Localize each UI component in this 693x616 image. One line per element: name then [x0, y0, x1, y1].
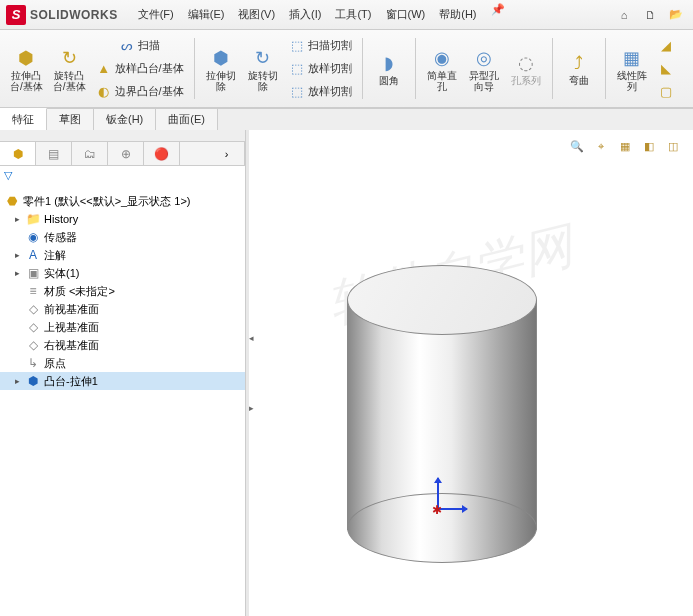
tree-row[interactable]: ▸📁History	[0, 210, 245, 228]
logo-icon: S	[6, 5, 26, 25]
display-style-icon[interactable]: ◧	[639, 136, 659, 156]
revolve-boss-button[interactable]: ↻ 旋转凸 台/基体	[49, 34, 90, 103]
menu-file[interactable]: 文件(F)	[132, 3, 180, 26]
view-tools: 🔍 ⌖ ▦ ◧ ◫	[567, 136, 683, 156]
mgr-tab-display[interactable]: 🔴	[144, 142, 180, 165]
hole-series-button[interactable]: ◌ 孔系列	[506, 34, 546, 103]
twisty-icon[interactable]: ▸	[12, 376, 22, 386]
loft-icon: ▲	[96, 60, 112, 76]
node-icon: ↳	[25, 355, 41, 371]
loft-button[interactable]: ▲放样凸台/基体	[92, 57, 188, 79]
mgr-tab-more[interactable]: ›	[209, 142, 245, 165]
loft-cut2-button[interactable]: ⬚放样切割	[285, 80, 356, 102]
extrude-boss-button[interactable]: ⬢ 拉伸凸 台/基体	[6, 34, 47, 103]
extrude-cut-button[interactable]: ⬢ 拉伸切 除	[201, 34, 241, 103]
zoom-area-icon[interactable]: ⌖	[591, 136, 611, 156]
hole-simple-icon: ◉	[430, 46, 454, 70]
tree-row[interactable]: ◇右视基准面	[0, 336, 245, 354]
app-name: SOLIDWORKS	[30, 8, 118, 22]
menu-edit[interactable]: 编辑(E)	[182, 3, 231, 26]
node-label: 注解	[44, 248, 66, 263]
tree-row[interactable]: ◉传感器	[0, 228, 245, 246]
tab-surface[interactable]: 曲面(E)	[156, 109, 218, 130]
tab-features[interactable]: 特征	[0, 108, 47, 130]
expand-right-icon[interactable]: ▸	[249, 373, 261, 443]
tab-sheetmetal[interactable]: 钣金(H)	[94, 109, 156, 130]
shell-icon: ▢	[658, 83, 674, 99]
node-icon: ◇	[25, 337, 41, 353]
menu-window[interactable]: 窗口(W)	[380, 3, 432, 26]
node-label: 传感器	[44, 230, 77, 245]
menu-insert[interactable]: 插入(I)	[283, 3, 327, 26]
mgr-tab-property[interactable]: ▤	[36, 142, 72, 165]
home-icon[interactable]: ⌂	[613, 4, 635, 26]
extra3-button[interactable]: ▢	[654, 80, 678, 102]
collapse-left-icon[interactable]: ◂	[249, 303, 261, 373]
twisty-icon[interactable]: ▸	[12, 250, 22, 260]
tree-root[interactable]: ⬣ 零件1 (默认<<默认>_显示状态 1>)	[0, 192, 245, 210]
feature-manager: ⬢ ▤ 🗂 ⊕ 🔴 › ▽ ⬣ 零件1 (默认<<默认>_显示状态 1>) ▸📁…	[0, 130, 246, 616]
menu-help[interactable]: 帮助(H)	[433, 3, 482, 26]
sweep-cut-button[interactable]: ⬚扫描切割	[285, 34, 356, 56]
view-orient-icon[interactable]: ▦	[615, 136, 635, 156]
graphics-viewport[interactable]: 🔍 ⌖ ▦ ◧ ◫ 软件自学网 ✱	[261, 130, 693, 616]
model-cylinder[interactable]	[347, 265, 537, 535]
tree-row[interactable]: ↳原点	[0, 354, 245, 372]
bend-icon: ⤴	[567, 51, 591, 75]
origin-star-icon: ✱	[432, 503, 442, 517]
menu-tools[interactable]: 工具(T)	[329, 3, 377, 26]
hole-simple-label: 简单直 孔	[427, 70, 457, 92]
extra2-button[interactable]: ◣	[654, 57, 678, 79]
mgr-tab-config[interactable]: 🗂	[72, 142, 108, 165]
bend-button[interactable]: ⤴ 弯曲	[559, 34, 599, 103]
boundary-button[interactable]: ◐边界凸台/基体	[92, 80, 188, 102]
boundary-icon: ◐	[96, 83, 112, 99]
hole-wizard-icon: ◎	[472, 46, 496, 70]
feature-tree: ⬣ 零件1 (默认<<默认>_显示状态 1>) ▸📁History◉传感器▸A注…	[0, 188, 245, 394]
dimxpert-icon: ⊕	[118, 146, 134, 162]
pin-icon[interactable]: 📌	[491, 3, 505, 26]
sweep-button[interactable]: ᔕ扫描	[115, 34, 164, 56]
extrude-cut-icon: ⬢	[209, 46, 233, 70]
loft-cut2-icon: ⬚	[289, 83, 305, 99]
tree-row[interactable]: ◇上视基准面	[0, 318, 245, 336]
twisty-icon[interactable]: ▸	[12, 214, 22, 224]
extra-group: ◢ ◣ ▢	[654, 34, 678, 103]
cut-group: ⬚扫描切割 ⬚放样切割 ⬚放样切割	[285, 34, 356, 103]
menu-view[interactable]: 视图(V)	[232, 3, 281, 26]
fillet-button[interactable]: ◗ 圆角	[369, 34, 409, 103]
tree-row[interactable]: ◇前视基准面	[0, 300, 245, 318]
twisty-icon[interactable]: ▸	[12, 268, 22, 278]
ribbon-tabs: 特征 草图 钣金(H) 曲面(E)	[0, 108, 693, 130]
linear-pattern-button[interactable]: ▦ 线性阵 列	[612, 34, 652, 103]
tree-row[interactable]: ▸⬢凸台-拉伸1	[0, 372, 245, 390]
section-icon[interactable]: ◫	[663, 136, 683, 156]
hole-simple-button[interactable]: ◉ 简单直 孔	[422, 34, 462, 103]
rib-icon: ◢	[658, 37, 674, 53]
sweep-icon: ᔕ	[119, 37, 135, 53]
tab-sketch[interactable]: 草图	[47, 109, 94, 130]
linear-pattern-icon: ▦	[620, 46, 644, 70]
zoom-fit-icon[interactable]: 🔍	[567, 136, 587, 156]
open-icon[interactable]: 📂	[665, 4, 687, 26]
loft-cut-button[interactable]: ⬚放样切割	[285, 57, 356, 79]
extra1-button[interactable]: ◢	[654, 34, 678, 56]
tree-row[interactable]: ▸▣实体(1)	[0, 264, 245, 282]
hole-series-icon: ◌	[514, 51, 538, 75]
node-label: 材质 <未指定>	[44, 284, 115, 299]
tree-row[interactable]: ≡材质 <未指定>	[0, 282, 245, 300]
new-icon[interactable]: 🗋	[639, 4, 661, 26]
hole-wizard-button[interactable]: ◎ 异型孔 向导	[464, 34, 504, 103]
chevron-right-icon: ›	[225, 148, 229, 160]
mgr-tab-dimxpert[interactable]: ⊕	[108, 142, 144, 165]
funnel-icon[interactable]: ▽	[4, 169, 20, 185]
mgr-tab-feature[interactable]: ⬢	[0, 142, 36, 165]
command-toolbar: ⬢ 拉伸凸 台/基体 ↻ 旋转凸 台/基体 ᔕ扫描 ▲放样凸台/基体 ◐边界凸台…	[0, 30, 693, 108]
node-label: 原点	[44, 356, 66, 371]
tree-row[interactable]: ▸A注解	[0, 246, 245, 264]
revolve-cut-button[interactable]: ↻ 旋转切 除	[243, 34, 283, 103]
node-icon: ◇	[25, 301, 41, 317]
filter-bar: ▽	[0, 166, 245, 188]
app-logo: S SOLIDWORKS	[6, 5, 118, 25]
extrude-icon: ⬢	[14, 46, 38, 70]
